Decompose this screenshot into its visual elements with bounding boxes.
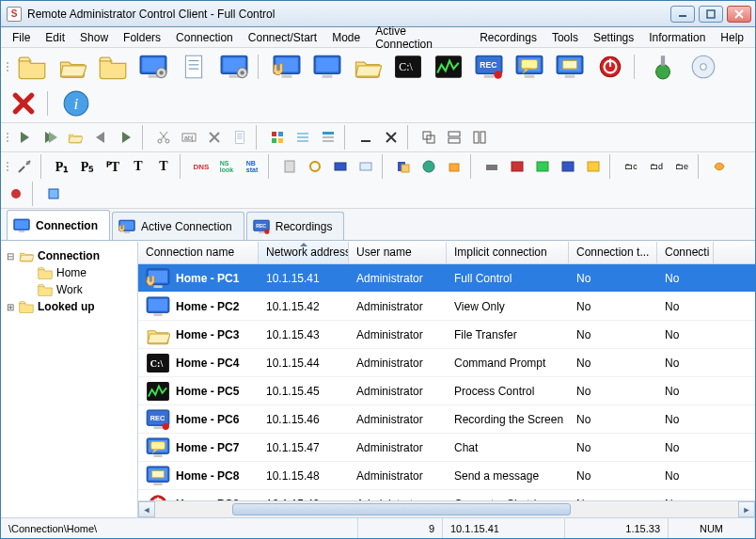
tool-icon[interactable] <box>417 155 440 178</box>
info-button[interactable] <box>57 87 95 120</box>
tool-icon[interactable] <box>708 155 731 178</box>
tool-icon[interactable] <box>5 182 27 205</box>
table-row[interactable]: Home - PC110.1.15.41AdministratorFull Co… <box>138 264 755 293</box>
paste-button[interactable] <box>228 126 251 149</box>
tool-icon[interactable] <box>392 155 415 178</box>
open-rec-button[interactable] <box>64 126 87 149</box>
scroll-thumb[interactable] <box>232 503 571 515</box>
send-msg-button[interactable] <box>551 50 589 84</box>
menu-information[interactable]: Information <box>641 28 713 47</box>
tool-icon[interactable] <box>278 155 301 178</box>
menu-folders[interactable]: Folders <box>116 28 168 47</box>
scroll-right-icon[interactable]: ► <box>738 501 755 517</box>
disc-button[interactable] <box>685 50 722 84</box>
view-list-button[interactable] <box>291 126 314 149</box>
expander-icon[interactable]: ⊟ <box>5 251 15 262</box>
tool-icon[interactable] <box>506 155 528 178</box>
prev-button[interactable] <box>89 126 112 149</box>
close-button[interactable] <box>727 6 751 23</box>
menu-settings[interactable]: Settings <box>586 28 641 47</box>
table-row[interactable]: Home - PC510.1.15.45AdministratorProcess… <box>138 377 755 405</box>
view-large-button[interactable] <box>266 126 289 149</box>
table-row[interactable]: Home - PC210.1.15.42AdministratorView On… <box>138 293 755 321</box>
pt-button[interactable]: ᴾT <box>102 155 124 178</box>
table-row[interactable]: Home - PC810.1.15.48AdministratorSend a … <box>138 462 755 490</box>
settings-gear-button[interactable] <box>215 50 253 84</box>
col-header-connection-name[interactable]: Connection name <box>138 242 259 263</box>
col-header-user-name[interactable]: User name <box>349 242 447 263</box>
tool-icon[interactable] <box>443 155 465 178</box>
record-screen-button[interactable] <box>470 50 508 84</box>
menu-edit[interactable]: Edit <box>38 28 72 47</box>
x-small-button[interactable] <box>380 126 402 149</box>
minimize-button[interactable] <box>670 6 695 23</box>
tree-node-work[interactable]: Work <box>5 281 134 298</box>
document-button[interactable] <box>175 50 213 84</box>
menu-help[interactable]: Help <box>713 28 751 47</box>
tab-active-connection[interactable]: Active Connection <box>112 212 244 240</box>
table-row[interactable]: Home - PC710.1.15.47AdministratorChatNoN… <box>138 434 755 462</box>
play-button[interactable] <box>13 126 36 149</box>
next-button[interactable] <box>115 126 137 149</box>
tool-icon[interactable]: 🗀d <box>645 155 668 178</box>
tile-h-button[interactable] <box>443 126 465 149</box>
tool-icon[interactable] <box>557 155 579 178</box>
p1-button[interactable]: P₁ <box>51 155 73 178</box>
scroll-left-icon[interactable]: ◄ <box>138 501 155 517</box>
tool-icon[interactable] <box>582 155 605 178</box>
t2-button[interactable]: T <box>152 155 175 178</box>
nbstat-button[interactable]: NBstat <box>241 155 263 178</box>
min-small-button[interactable] <box>354 126 377 149</box>
chat-button[interactable] <box>511 50 548 84</box>
tool-icon[interactable] <box>304 155 326 178</box>
maximize-button[interactable] <box>699 6 723 23</box>
expander-icon[interactable]: ⊞ <box>5 302 15 312</box>
folder-search-button[interactable] <box>94 50 132 84</box>
delete-x-button[interactable] <box>203 126 226 149</box>
stop-button[interactable] <box>644 50 682 84</box>
col-header-implicit-connection[interactable]: Implicit connection <box>447 242 569 263</box>
tab-connection[interactable]: Connection <box>7 210 110 240</box>
tool-icon[interactable] <box>531 155 554 178</box>
view-only-button[interactable] <box>308 50 346 84</box>
tool-icon[interactable] <box>480 155 503 178</box>
menu-connection[interactable]: Connection <box>168 28 241 47</box>
tool-icon[interactable] <box>42 182 65 205</box>
tab-recordings[interactable]: Recordings <box>246 212 345 240</box>
tool-icon[interactable]: 🗀c <box>620 155 642 178</box>
tile-v-button[interactable] <box>468 126 491 149</box>
t1-button[interactable]: T <box>127 155 150 178</box>
col-header-connecti[interactable]: Connecti <box>657 242 714 263</box>
tools-button[interactable] <box>13 155 36 178</box>
file-transfer-button[interactable] <box>349 50 386 84</box>
folder-open-button[interactable] <box>54 50 91 84</box>
process-control-button[interactable] <box>430 50 467 84</box>
menu-recordings[interactable]: Recordings <box>472 28 544 47</box>
menu-show[interactable]: Show <box>72 28 116 47</box>
command-prompt-button[interactable] <box>389 50 427 84</box>
table-row[interactable]: Home - PC310.1.15.43AdministratorFile Tr… <box>138 321 755 349</box>
tree-node-home[interactable]: Home <box>5 264 134 281</box>
menu-tools[interactable]: Tools <box>544 28 586 47</box>
play-all-button[interactable] <box>39 126 61 149</box>
view-detail-button[interactable] <box>317 126 339 149</box>
cascade-button[interactable] <box>417 126 440 149</box>
shutdown-button[interactable] <box>591 50 629 84</box>
col-header-connection-t-[interactable]: Connection t... <box>569 242 657 263</box>
p5-button[interactable]: P₅ <box>76 155 99 178</box>
menu-connect-start[interactable]: Connect/Start <box>241 28 324 47</box>
h-scrollbar[interactable]: ◄ ► <box>138 500 755 517</box>
tool-icon[interactable] <box>354 155 377 178</box>
tool-icon[interactable] <box>329 155 352 178</box>
table-row[interactable]: Home - PC610.1.15.46AdministratorRecordi… <box>138 405 755 434</box>
col-header-network-address[interactable]: Network address <box>259 242 349 263</box>
tree-node-connection[interactable]: ⊟Connection <box>5 247 134 264</box>
delete-button[interactable] <box>5 87 42 120</box>
cut-button[interactable] <box>152 126 175 149</box>
tool-icon[interactable]: 🗀e <box>670 155 693 178</box>
folder-new-button[interactable] <box>13 50 51 84</box>
dns-button[interactable]: DNS <box>190 155 213 178</box>
textfield-button[interactable]: ab| <box>178 126 200 149</box>
nslook-button[interactable]: NSlook <box>215 155 238 178</box>
full-control-button[interactable] <box>268 50 306 84</box>
